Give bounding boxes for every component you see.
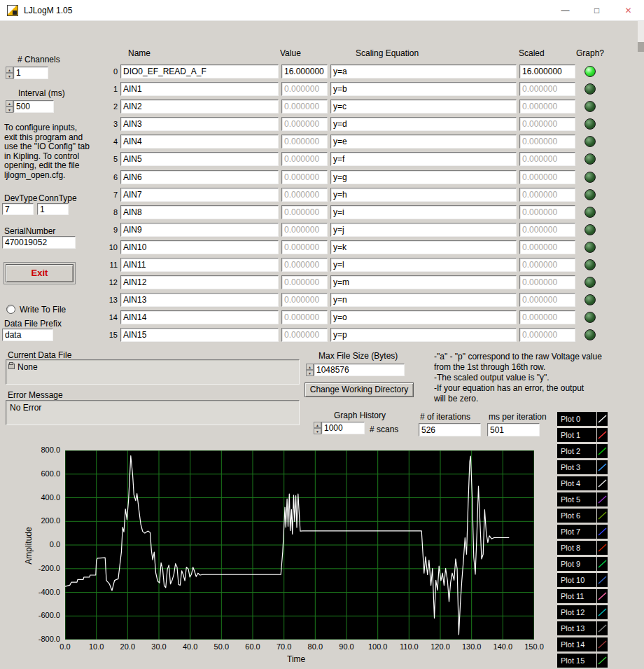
scaling-equation-input[interactable]	[330, 310, 517, 324]
channel-name-input[interactable]	[120, 188, 279, 202]
legend-item[interactable]: Plot 6	[557, 509, 608, 523]
devtype-input[interactable]	[2, 203, 34, 215]
channel-name-input[interactable]	[120, 328, 279, 342]
legend-item[interactable]: Plot 5	[557, 492, 608, 506]
legend-item[interactable]: Plot 0	[557, 412, 608, 426]
channel-name-input[interactable]	[120, 117, 279, 131]
scaling-equation-input[interactable]	[330, 275, 517, 289]
graph-led[interactable]	[584, 66, 596, 77]
channel-name-input[interactable]	[120, 293, 279, 307]
legend-item[interactable]: Plot 1	[557, 428, 608, 442]
graph-led[interactable]	[584, 259, 596, 270]
legend-item[interactable]: Plot 3	[557, 460, 608, 474]
conntype-input[interactable]	[37, 203, 69, 215]
decrement-icon[interactable]: ▼	[314, 428, 321, 434]
legend-item[interactable]: Plot 10	[557, 573, 608, 587]
increment-icon[interactable]: ▲	[314, 422, 321, 428]
channel-name-input[interactable]	[120, 64, 279, 78]
row-index: 6	[98, 173, 118, 181]
scaling-equation-input[interactable]	[330, 240, 517, 254]
legend-item[interactable]: Plot 13	[557, 621, 608, 635]
graph-led[interactable]	[584, 207, 596, 218]
channel-name-input[interactable]	[120, 82, 279, 96]
scaling-equation-input[interactable]	[330, 205, 517, 219]
y-tick-label: 800.0	[21, 446, 60, 454]
channel-name-input[interactable]	[120, 152, 279, 166]
legend-label: Plot 9	[557, 557, 596, 571]
channel-name-input[interactable]	[120, 135, 279, 149]
legend-item[interactable]: Plot 9	[557, 557, 608, 571]
channels-input[interactable]	[13, 67, 48, 79]
legend-item[interactable]: Plot 7	[557, 525, 608, 539]
channel-name-input[interactable]	[120, 240, 279, 254]
decrement-icon[interactable]: ▼	[306, 370, 314, 376]
scrollbar-thumb[interactable]	[638, 42, 644, 52]
scaling-equation-input[interactable]	[330, 223, 517, 237]
scaling-equation-input[interactable]	[330, 135, 517, 149]
legend-item[interactable]: Plot 2	[557, 444, 608, 458]
max-file-size-spinner[interactable]: ▲▼	[306, 364, 314, 376]
increment-icon[interactable]: ▲	[6, 67, 13, 73]
graph-led[interactable]	[584, 153, 596, 165]
scaling-equation-input[interactable]	[330, 293, 517, 307]
scaling-equation-input[interactable]	[330, 188, 517, 202]
channel-name-input[interactable]	[120, 205, 279, 219]
minimize-button[interactable]: —	[550, 0, 581, 21]
channel-name-input[interactable]	[120, 258, 279, 272]
graph-led[interactable]	[584, 294, 596, 305]
decrement-icon[interactable]: ▼	[6, 106, 13, 113]
change-working-directory-button[interactable]: Change Working Directory	[304, 382, 414, 397]
data-file-prefix-input[interactable]	[2, 329, 53, 341]
legend-item[interactable]: Plot 14	[557, 637, 608, 651]
row-index: 8	[98, 208, 118, 216]
scaling-equation-input[interactable]	[330, 82, 517, 96]
channels-spinner[interactable]: ▲▼	[6, 67, 13, 79]
channel-name-input[interactable]	[120, 275, 279, 289]
close-button[interactable]: ✕	[612, 0, 644, 21]
max-file-size-input[interactable]	[314, 364, 405, 376]
write-to-file-radio[interactable]	[6, 305, 15, 314]
channel-name-input[interactable]	[120, 170, 279, 184]
scaling-equation-input[interactable]	[330, 117, 517, 131]
graph-led[interactable]	[584, 172, 596, 183]
graph-led[interactable]	[584, 136, 596, 147]
scaled-indicator	[519, 135, 575, 149]
scaled-indicator	[519, 117, 575, 131]
increment-icon[interactable]: ▲	[6, 100, 13, 106]
scaling-equation-input[interactable]	[330, 328, 517, 342]
channel-name-input[interactable]	[120, 223, 279, 237]
graph-led[interactable]	[584, 118, 596, 130]
x-tick-label: 150.0	[523, 642, 545, 651]
maximize-button[interactable]: □	[581, 0, 612, 21]
path-browse-icon[interactable]	[8, 364, 15, 369]
graph-history-input[interactable]	[321, 422, 365, 434]
increment-icon[interactable]: ▲	[306, 364, 314, 370]
legend-item[interactable]: Plot 8	[557, 541, 608, 555]
scaling-equation-input[interactable]	[330, 99, 517, 113]
scaling-equation-input[interactable]	[330, 258, 517, 272]
scaling-equation-input[interactable]	[330, 170, 517, 184]
legend-item[interactable]: Plot 15	[557, 654, 608, 668]
serialnumber-input[interactable]	[2, 236, 76, 249]
channel-name-input[interactable]	[120, 310, 279, 324]
graph-history-spinner[interactable]: ▲▼	[314, 422, 321, 434]
exit-button[interactable]: Exit	[6, 264, 74, 282]
graph-led[interactable]	[584, 224, 596, 235]
graph-led[interactable]	[584, 277, 596, 288]
decrement-icon[interactable]: ▼	[6, 73, 13, 79]
legend-item[interactable]: Plot 4	[557, 476, 608, 490]
graph-led[interactable]	[584, 101, 596, 112]
graph-led[interactable]	[584, 242, 596, 253]
graph-led[interactable]	[584, 329, 596, 340]
interval-input[interactable]	[13, 100, 54, 113]
scaling-equation-input[interactable]	[330, 64, 517, 78]
interval-spinner[interactable]: ▲▼	[6, 100, 13, 113]
scrollbar-track[interactable]	[638, 21, 644, 42]
graph-led[interactable]	[584, 312, 596, 323]
legend-item[interactable]: Plot 11	[557, 589, 608, 603]
scaling-equation-input[interactable]	[330, 152, 517, 166]
channel-name-input[interactable]	[120, 99, 279, 113]
graph-led[interactable]	[584, 189, 596, 200]
graph-led[interactable]	[584, 83, 596, 95]
legend-item[interactable]: Plot 12	[557, 605, 608, 619]
